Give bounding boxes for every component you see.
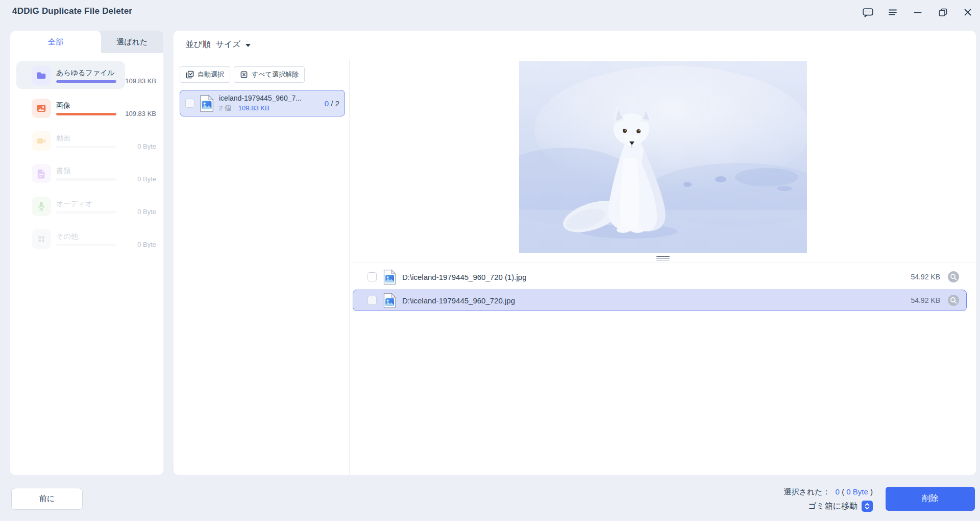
file-row[interactable]: D:\iceland-1979445_960_720 (1).jpg 54.92… — [353, 267, 967, 287]
auto-select-icon — [186, 70, 194, 79]
sidebar-item-images[interactable]: 画像 109.83 KB — [15, 94, 158, 123]
document-icon — [32, 164, 51, 183]
sidebar-item-size: 0 Byte — [137, 175, 156, 183]
sidebar-item-others[interactable]: その他 0 Byte — [15, 225, 158, 253]
sidebar-item-label: 動画 — [56, 134, 116, 143]
sidebar-item-label: 画像 — [56, 101, 116, 110]
selection-summary: 選択された： 0 ( 0 Byte ) ゴミ箱に移動 — [783, 487, 873, 512]
image-file-icon — [383, 293, 396, 309]
video-icon — [32, 131, 51, 151]
feedback-icon[interactable] — [862, 6, 874, 18]
group-title: iceland-1979445_960_7... — [219, 94, 322, 102]
image-icon — [32, 99, 51, 118]
auto-select-label: 自動選択 — [198, 70, 224, 79]
progress-bar — [56, 113, 116, 115]
sidebar-item-label: 書類 — [56, 167, 116, 175]
sort-dropdown[interactable]: サイズ — [215, 39, 250, 50]
minimize-icon[interactable] — [912, 6, 924, 18]
sort-header: 並び順 サイズ — [174, 31, 976, 59]
tab-all-label: 全部 — [48, 37, 63, 47]
sidebar: 全部 選ばれた あらゆるファイル 109.83 KB — [10, 31, 163, 475]
sidebar-item-documents[interactable]: 書類 0 Byte — [15, 159, 158, 188]
delete-button[interactable]: 削除 — [886, 487, 975, 511]
app-title: 4DDiG Duplicate File Deleter — [12, 6, 132, 16]
menu-icon[interactable] — [887, 6, 899, 18]
preview-image-arctic-fox — [519, 61, 807, 253]
sidebar-item-label: その他 — [56, 232, 116, 241]
group-file-count: 2 個 — [219, 104, 231, 113]
sidebar-item-size: 0 Byte — [137, 241, 156, 248]
progress-bar — [56, 211, 116, 214]
sidebar-item-size: 109.83 KB — [125, 110, 156, 117]
file-path: D:\iceland-1979445_960_720.jpg — [402, 296, 515, 305]
selected-size: 0 Byte — [846, 487, 868, 496]
deselect-all-icon — [240, 70, 248, 79]
preview-magnifier-icon[interactable] — [948, 295, 959, 306]
sidebar-tabs: 全部 選ばれた — [10, 31, 163, 53]
main-panel: 並び順 サイズ 自動選択 — [174, 31, 976, 475]
group-selected-ratio: 0 / 2 — [325, 99, 339, 108]
duplicate-group-item[interactable]: iceland-1979445_960_7... 2 個 109.83 KB 0… — [180, 90, 345, 116]
group-size: 109.83 KB — [238, 104, 270, 112]
preview-area — [350, 59, 976, 263]
file-row[interactable]: D:\iceland-1979445_960_720.jpg 54.92 KB — [353, 290, 967, 311]
sidebar-item-label: オーディオ — [56, 199, 116, 208]
deselect-all-button[interactable]: すべて選択解除 — [234, 66, 305, 83]
sidebar-item-label: あらゆるファイル — [56, 68, 116, 77]
file-checkbox[interactable] — [368, 272, 377, 281]
grid-dots-icon — [32, 229, 51, 249]
progress-bar — [56, 146, 116, 148]
detail-column: D:\iceland-1979445_960_720 (1).jpg 54.92… — [350, 59, 976, 475]
sidebar-item-size: 0 Byte — [137, 143, 156, 150]
progress-bar — [56, 244, 116, 246]
image-file-icon — [383, 269, 396, 285]
file-size: 54.92 KB — [911, 273, 940, 281]
progress-bar — [56, 80, 116, 83]
sidebar-body: あらゆるファイル 109.83 KB 画像 — [10, 53, 163, 475]
titlebar-icons — [862, 0, 974, 25]
image-file-icon — [200, 94, 214, 112]
deselect-all-label: すべて選択解除 — [252, 70, 299, 79]
progress-bar — [56, 178, 116, 181]
microphone-icon — [32, 197, 51, 216]
file-checkbox[interactable] — [368, 296, 377, 305]
sidebar-item-videos[interactable]: 動画 0 Byte — [15, 127, 158, 155]
footer: 前に 選択された： 0 ( 0 Byte ) ゴミ箱に移動 削除 — [0, 475, 980, 521]
sort-value: サイズ — [215, 39, 240, 50]
file-path: D:\iceland-1979445_960_720 (1).jpg — [402, 273, 527, 281]
tab-selected[interactable]: 選ばれた — [101, 31, 163, 53]
sort-label: 並び順 — [186, 39, 210, 50]
chevron-down-icon — [246, 44, 251, 47]
delete-mode-selector-icon[interactable] — [862, 501, 873, 512]
preview-magnifier-icon[interactable] — [948, 271, 959, 282]
sidebar-item-size: 109.83 KB — [125, 77, 156, 85]
trash-mode-label: ゴミ箱に移動 — [808, 501, 857, 512]
folder-icon — [32, 66, 51, 85]
close-icon[interactable] — [962, 6, 974, 18]
sidebar-item-all-files[interactable]: あらゆるファイル 109.83 KB — [15, 61, 158, 90]
auto-select-button[interactable]: 自動選択 — [180, 66, 230, 83]
group-checkbox[interactable] — [185, 99, 194, 108]
tab-selected-label: 選ばれた — [116, 37, 148, 47]
restore-window-icon[interactable] — [937, 6, 949, 18]
selected-label: 選択された： — [783, 487, 830, 496]
titlebar: 4DDiG Duplicate File Deleter — [0, 0, 980, 25]
sidebar-item-audio[interactable]: オーディオ 0 Byte — [15, 192, 158, 221]
back-button[interactable]: 前に — [11, 488, 83, 510]
sidebar-item-size: 0 Byte — [137, 208, 156, 216]
selected-count: 0 — [836, 487, 840, 496]
group-list-column: 自動選択 すべて選択解除 — [174, 59, 350, 475]
file-list: D:\iceland-1979445_960_720 (1).jpg 54.92… — [350, 263, 976, 311]
tab-all[interactable]: 全部 — [10, 31, 101, 53]
file-size: 54.92 KB — [911, 296, 940, 304]
splitter-handle[interactable] — [656, 255, 670, 261]
